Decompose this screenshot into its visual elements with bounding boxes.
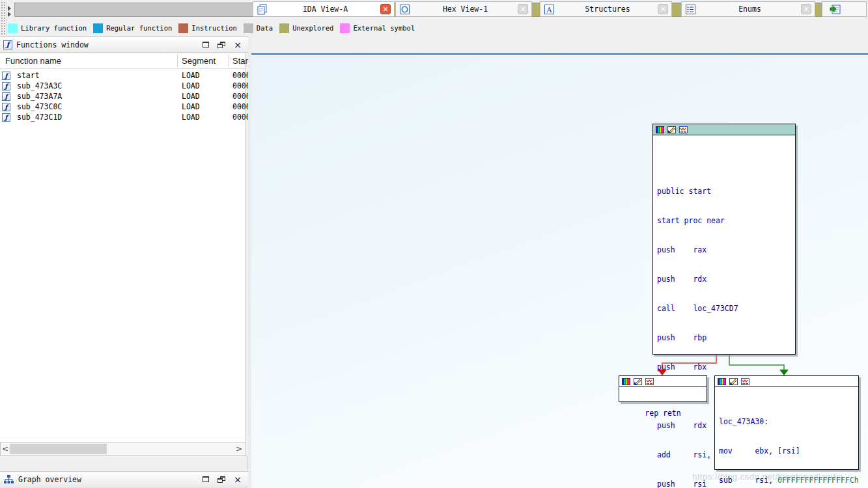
legend-label: External symbol (353, 24, 415, 32)
close-button[interactable]: × (234, 42, 242, 48)
node-graph-toggle-icon[interactable] (645, 378, 654, 385)
basic-block-rep-retn[interactable]: rep retn (619, 375, 707, 402)
asm-line[interactable]: push rax (653, 245, 795, 255)
function-name: sub_473A3C (17, 81, 62, 90)
navband-zoom-arrows[interactable] (8, 5, 13, 17)
function-name: start (17, 71, 40, 80)
asm-line[interactable]: start proc near (653, 216, 795, 226)
panel-gap (0, 456, 248, 471)
function-row[interactable]: ƒ sub_473C1D LOAD 0000 (0, 112, 245, 122)
tab-structures[interactable]: A Structures ✕ (540, 1, 672, 17)
column-divider[interactable] (177, 55, 178, 67)
node-color-palette-icon[interactable] (622, 378, 630, 385)
asm-line[interactable]: push rdx (653, 275, 795, 284)
column-start[interactable]: Star (232, 56, 248, 66)
tab-label: Enums (699, 5, 801, 14)
ida-view-icon (257, 4, 268, 15)
tab-close-button[interactable]: ✕ (380, 4, 391, 14)
tab-close-button[interactable]: ✕ (658, 4, 668, 14)
tab-enums[interactable]: Enums ✕ (681, 1, 815, 17)
hex-constant: 0FFFFFFFFFFFFFFFCh (777, 476, 859, 485)
asm-line[interactable]: push rbp (653, 333, 795, 343)
function-icon: ƒ (2, 72, 10, 80)
function-segment: LOAD (182, 71, 200, 80)
asm-line[interactable]: loc_473A30: (715, 417, 858, 427)
float-button[interactable] (217, 476, 225, 483)
legend-label: Unexplored (292, 24, 333, 32)
scroll-right-arrow[interactable]: > (234, 444, 244, 454)
tab-hex-view-1[interactable]: Hex View-1 ✕ (395, 1, 532, 17)
function-row[interactable]: ƒ sub_473C0C LOAD 0000 (0, 102, 245, 112)
float-button[interactable] (217, 42, 225, 48)
view-tabbar (251, 36, 868, 53)
node-edit-icon[interactable] (634, 378, 642, 385)
function-segment: LOAD (182, 92, 200, 101)
column-segment[interactable]: Segment (182, 56, 216, 66)
legend-item: Instruction (178, 23, 237, 33)
maximize-button[interactable] (203, 42, 209, 47)
node-titlebar[interactable] (619, 376, 707, 387)
functions-window-title: Functions window (16, 40, 89, 49)
function-name: sub_473C1D (17, 113, 62, 122)
asm-line[interactable]: sub rsi, 0FFFFFFFFFFFFFFFCh (715, 476, 858, 485)
ida-graph-view[interactable]: https://blog.csdn.net/fengfengdiandia (251, 55, 868, 488)
tab-ida-view-a[interactable]: IDA View-A ✕ (253, 1, 395, 17)
function-name: sub_473A7A (17, 92, 62, 101)
node-graph-toggle-icon[interactable] (741, 378, 749, 385)
maximize-button[interactable] (203, 476, 209, 482)
tab-exports[interactable] (822, 1, 867, 17)
functions-window-icon: ƒ (3, 40, 12, 49)
column-divider[interactable] (229, 55, 229, 67)
functions-list-header[interactable]: Function name Segment Star (0, 53, 245, 69)
color-legend: Library function Regular function Instru… (8, 21, 421, 34)
function-icon: ƒ (2, 82, 10, 90)
exports-icon (830, 4, 841, 15)
function-row[interactable]: ƒ start LOAD 0000 (0, 70, 245, 81)
disassembly-code[interactable]: rep retn (619, 387, 707, 438)
tab-label: Structures (557, 5, 658, 14)
legend-label: Regular function (106, 24, 172, 32)
unexplored-swatch (279, 23, 289, 33)
structures-icon: A (544, 4, 555, 15)
graph-overview-titlebar[interactable]: Graph overview × (0, 471, 248, 487)
navband-arrow-icon (8, 12, 11, 17)
node-titlebar[interactable] (653, 124, 795, 135)
functions-list: Function name Segment Star ƒ start LOAD … (0, 53, 246, 442)
horizontal-scrollbar[interactable]: < > (0, 442, 246, 456)
functions-window-titlebar[interactable]: ƒ Functions window × (0, 36, 248, 53)
function-icon: ƒ (2, 103, 10, 111)
tab-close-button[interactable]: ✕ (801, 4, 811, 14)
disassembly-code[interactable]: loc_473A30: mov ebx, [rsi] sub rsi, 0FFF… (715, 387, 858, 488)
asm-line[interactable]: mov ebx, [rsi] (715, 446, 858, 456)
node-edit-icon[interactable] (729, 378, 738, 385)
asm-line[interactable]: call loc_473CD7 (653, 304, 795, 314)
basic-block-loc-473a30[interactable]: loc_473A30: mov ebx, [rsi] sub rsi, 0FFF… (714, 375, 859, 470)
tab-label: IDA View-A (270, 5, 380, 14)
tab-close-button[interactable]: ✕ (518, 4, 528, 14)
basic-block-start[interactable]: public start start proc near push rax pu… (652, 124, 796, 355)
node-edit-icon[interactable] (667, 126, 676, 133)
function-row[interactable]: ƒ sub_473A3C LOAD 0000 (0, 81, 245, 91)
function-segment: LOAD (182, 113, 200, 122)
column-function-name[interactable]: Function name (5, 56, 61, 66)
scroll-left-arrow[interactable]: < (1, 444, 10, 454)
asm-line[interactable]: rep retn (619, 409, 707, 418)
function-name: sub_473C0C (17, 102, 62, 111)
tab-label: Hex View-1 (413, 5, 518, 14)
function-icon: ƒ (2, 92, 10, 101)
graph-overview-title: Graph overview (18, 475, 81, 484)
asm-line[interactable]: public start (653, 187, 795, 197)
legend-item: Data (244, 23, 273, 33)
node-color-palette-icon[interactable] (718, 378, 726, 385)
function-row[interactable]: ƒ sub_473A7A LOAD 0000 (0, 91, 245, 102)
asm-line[interactable]: push rbx (653, 362, 795, 372)
legend-item: Unexplored (279, 23, 333, 33)
node-color-palette-icon[interactable] (656, 126, 664, 133)
external-symbol-swatch (340, 23, 350, 33)
node-titlebar[interactable] (715, 376, 858, 387)
scrollbar-thumb[interactable] (10, 444, 107, 454)
node-graph-toggle-icon[interactable] (679, 126, 688, 133)
legend-label: Instruction (191, 24, 237, 32)
close-button[interactable]: × (234, 476, 242, 483)
toolbar-dock-grip[interactable] (1, 1, 7, 36)
